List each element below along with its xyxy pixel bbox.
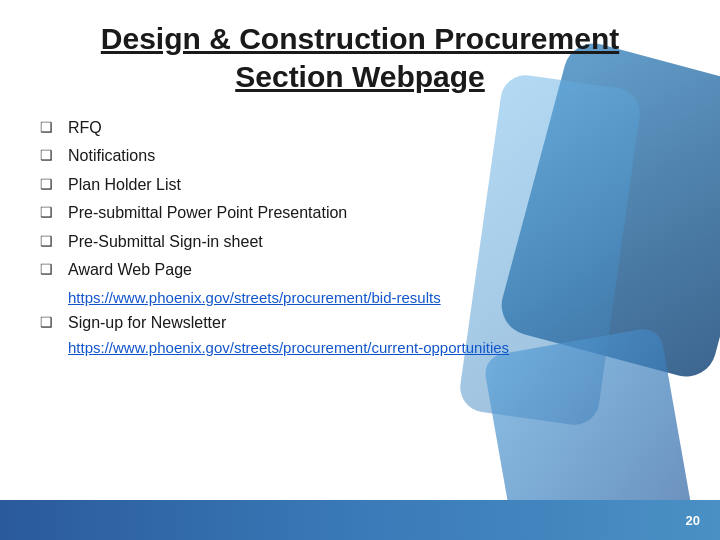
list-item: ❑ Award Web Page: [40, 259, 690, 281]
list-item: ❑ Pre-Submittal Sign-in sheet: [40, 231, 690, 253]
bid-results-link[interactable]: https://www.phoenix.gov/streets/procurem…: [68, 287, 690, 308]
list-item: ❑ Sign-up for Newsletter: [40, 312, 690, 334]
list-item: ❑ Pre-submittal Power Point Presentation: [40, 202, 690, 224]
title-line1: Design & Construction Procurement: [101, 22, 619, 55]
item-planholder-label: Plan Holder List: [68, 174, 181, 196]
newsletter-link[interactable]: https://www.phoenix.gov/streets/procurem…: [68, 337, 690, 358]
bullet-icon: ❑: [40, 119, 60, 135]
item-newsletter-label: Sign-up for Newsletter: [68, 312, 226, 334]
item-award-label: Award Web Page: [68, 259, 192, 281]
list-item: ❑ Plan Holder List: [40, 174, 690, 196]
bullet-icon: ❑: [40, 314, 60, 330]
bullet-icon: ❑: [40, 204, 60, 220]
bullet-icon: ❑: [40, 233, 60, 249]
bullet-icon: ❑: [40, 176, 60, 192]
bullet-icon: ❑: [40, 261, 60, 277]
list-item: ❑ Notifications: [40, 145, 690, 167]
item-notifications-label: Notifications: [68, 145, 155, 167]
title-line2: Section Webpage: [235, 60, 485, 93]
main-list: ❑ RFQ ❑ Notifications ❑ Plan Holder List…: [30, 117, 690, 358]
item-rfq-label: RFQ: [68, 117, 102, 139]
slide-container: Design & Construction Procurement Sectio…: [0, 0, 720, 540]
slide-title: Design & Construction Procurement Sectio…: [30, 20, 690, 95]
main-content: Design & Construction Procurement Sectio…: [0, 0, 720, 372]
bullet-icon: ❑: [40, 147, 60, 163]
item-signin-label: Pre-Submittal Sign-in sheet: [68, 231, 263, 253]
bottom-bar: 20: [0, 500, 720, 540]
list-item: ❑ RFQ: [40, 117, 690, 139]
page-number: 20: [686, 513, 700, 528]
item-ppt-label: Pre-submittal Power Point Presentation: [68, 202, 347, 224]
